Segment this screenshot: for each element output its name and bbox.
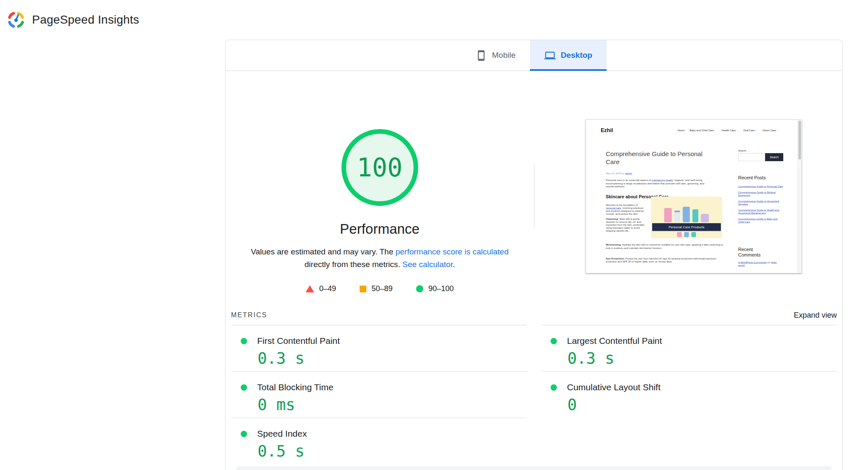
screenshot-recent-comments-title: Recent Comments [738,246,770,258]
screenshot-nav-item: Baby and Child Care⌄ [689,129,716,132]
device-tabbar: Mobile Desktop [226,40,842,71]
screenshot-post-title: Comprehensive Guide to Personal Care [606,150,715,166]
good-circle-icon [241,338,247,344]
screenshot-nav-item: Health Care⌄ [721,129,738,132]
score-description-line2: directly from these metrics. See calcula… [251,258,508,271]
screenshot-paragraph: Cleansing: Start with a gentle cleanser … [606,217,648,232]
chevron-down-icon: ⌄ [715,129,716,132]
product-jar-icon [684,232,689,237]
metric-name: Largest Contentful Paint [567,336,662,346]
screenshot-featured-image: Personal Care Products [651,197,722,238]
page-screenshot-thumbnail[interactable]: Ezhil Home Baby and Child Care⌄ Health C… [586,119,802,273]
screenshot-paragraph-label: Sun Protection: [606,257,625,260]
mobile-phone-icon [476,50,487,61]
metrics-grid: First Contentful Paint 0.3 s Largest Con… [231,325,837,464]
see-calculator-link[interactable]: See calculator [403,260,453,269]
average-square-icon [360,286,366,292]
screenshot-nav-item: Vision Care⌄ [762,129,778,132]
screenshot-site-nav: Home Baby and Child Care⌄ Health Care⌄ O… [677,129,779,132]
app-title-link[interactable]: PageSpeed Insights [32,13,139,27]
screenshot-nav-item: Oral Care⌄ [743,129,757,132]
screenshot-intro-paragraph: Personal care is an essential aspect of … [606,178,705,188]
score-calculation-link[interactable]: performance score is calculated [395,247,508,256]
description-text: directly from these metrics. [304,260,402,269]
metric-header: Total Blocking Time [241,382,527,392]
screenshot-search-widget: Search [738,153,783,161]
metric-first-contentful-paint: First Contentful Paint 0.3 s [231,325,527,371]
metric-header: Speed Index [241,429,527,439]
product-jar-icon [677,232,682,237]
product-jar-icon [701,214,709,222]
metric-name: Total Blocking Time [257,382,333,392]
screenshot-paragraph-label: Cleansing: [606,217,619,220]
tab-mobile[interactable]: Mobile [461,40,530,70]
report-card: Mobile Desktop 100 Performance Values ar… [225,40,843,470]
legend-poor: 0–49 [306,284,336,293]
metric-name: First Contentful Paint [257,336,340,346]
search-input [738,153,765,161]
score-description-line1: Values are estimated and may vary. The p… [251,246,508,258]
metric-header: Largest Contentful Paint [551,336,837,346]
product-bottle-icon [664,208,672,222]
screenshot-site-header: Ezhil Home Baby and Child Care⌄ Health C… [601,127,779,133]
score-range-legend: 0–49 50–89 90–100 [306,284,454,293]
screenshot-inline-link: maintaining health [651,178,673,181]
metric-speed-index: Speed Index 0.5 s [231,418,527,464]
tab-desktop-label: Desktop [561,51,592,60]
good-circle-icon [241,431,247,437]
good-circle-icon [551,384,557,391]
poor-triangle-icon [306,285,314,292]
legend-poor-label: 0–49 [319,284,336,293]
metric-value: 0 ms [258,396,527,414]
screenshot-page-content: Ezhil Home Baby and Child Care⌄ Health C… [586,120,802,273]
performance-category-title: Performance [340,221,419,237]
metric-value: 0.3 s [258,349,527,367]
product-jar-icon [691,232,696,237]
performance-score-gauge: 100 [341,129,418,206]
legend-average: 50–89 [360,284,392,293]
desktop-computer-icon [544,50,556,61]
screenshot-recent-posts-title: Recent Posts [738,175,766,181]
scrollbar-thumb [798,121,801,159]
metrics-section-title: METRICS [231,311,267,319]
legend-good-label: 90–100 [428,284,454,293]
screenshot-paragraph: Skincare is the foundation of personal c… [606,203,648,215]
metric-cumulative-layout-shift: Cumulative Layout Shift 0 [541,371,837,418]
chevron-down-icon: ⌄ [736,129,738,132]
screenshot-post-link: Comprehensive Guide to Medical Equipment [738,191,783,197]
screenshot-nav-item: Home [677,129,685,132]
metric-value: 0.3 s [567,349,837,367]
screenshot-post-link: Comprehensive Guide to Health and Househ… [738,208,783,215]
metric-header: Cumulative Layout Shift [551,382,837,392]
metric-largest-contentful-paint: Largest Contentful Paint 0.3 s [541,325,837,371]
search-button: Search [765,153,783,161]
legend-average-label: 50–89 [371,284,392,293]
score-column: 100 Performance Values are estimated and… [226,71,534,307]
screenshot-column: Ezhil Home Baby and Child Care⌄ Health C… [534,71,843,307]
product-bottle-icon [683,207,690,222]
chevron-down-icon: ⌄ [777,129,778,132]
good-circle-icon [416,285,423,292]
scrollbar-track [798,120,801,273]
screenshot-site-logo: Ezhil [601,127,613,133]
screenshot-body-column: Skincare is the foundation of personal c… [606,203,648,232]
legend-good: 90–100 [416,284,454,293]
product-illustration [651,197,722,222]
app-header: PageSpeed Insights [0,0,868,40]
chevron-down-icon: ⌄ [755,129,757,132]
metric-value: 0 [567,396,837,414]
screenshot-search-label: Search [738,149,746,152]
product-pump-icon [692,209,698,222]
performance-score-value: 100 [357,153,403,182]
screenshot-paragraph: Moisturizing: Hydrate the skin with a mo… [606,243,724,250]
metric-header: First Contentful Paint [241,336,527,346]
screenshot-paragraph-label: Moisturizing: [606,243,621,246]
score-description: Values are estimated and may vary. The p… [251,246,508,271]
tab-desktop[interactable]: Desktop [530,40,607,70]
screenshot-post-link: Comprehensive Guide to Baby and Child Ca… [738,217,783,224]
expand-view-button[interactable]: Expand view [794,311,837,320]
screenshot-comment: A WordPress Commenter on Hello world! [738,261,783,267]
collapsed-section-bar[interactable] [236,466,832,470]
screenshot-image-caption: Personal Care Products [652,223,721,231]
performance-summary: 100 Performance Values are estimated and… [226,71,842,307]
